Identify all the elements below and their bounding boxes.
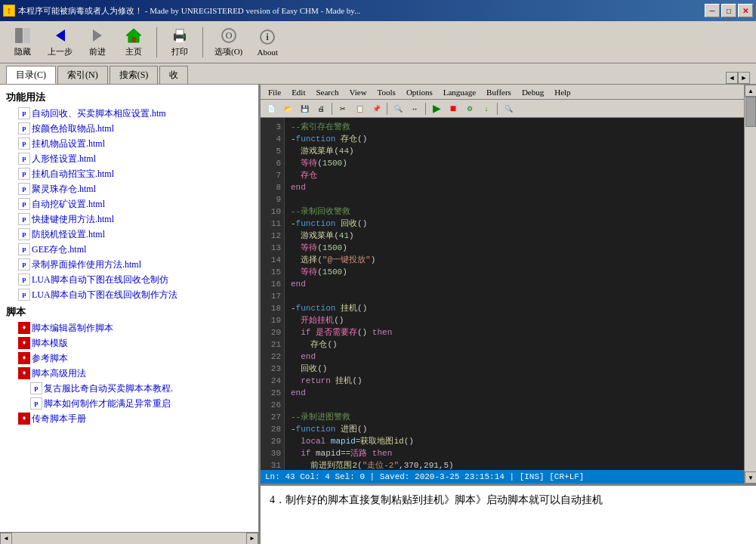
menu-language[interactable]: Language xyxy=(439,85,480,99)
run-button[interactable]: ▶ xyxy=(429,102,444,116)
code-token: 选择 xyxy=(301,254,317,266)
svg-rect-8 xyxy=(176,39,184,42)
toolbar-about-button[interactable]: i About xyxy=(251,24,284,60)
code-token: ) xyxy=(342,266,347,278)
menu-options[interactable]: Options xyxy=(402,85,437,99)
bottom-text: 4．制作好的脚本直接复制粘贴到挂机》脚本》启动脚本就可以自动挂机 xyxy=(270,494,603,505)
toolbar-print-button[interactable]: 打印 xyxy=(163,24,196,60)
scroll-left-button[interactable]: ◄ xyxy=(0,533,12,545)
toc-content: 功能用法 p 自动回收、买卖脚本相应设置.htm p 按颜色拾取物品.html … xyxy=(0,85,258,532)
list-item[interactable]: p LUA脚本自动下图在线回收制作方法 xyxy=(3,287,255,302)
list-item[interactable]: ♦ 脚本高级用法 xyxy=(3,366,255,381)
list-item[interactable]: p 聚灵珠存仓.html xyxy=(3,181,255,196)
about-icon: i xyxy=(258,28,276,46)
stop-button[interactable]: ■ xyxy=(446,102,461,116)
tab-favorites[interactable]: 收 xyxy=(159,66,188,84)
list-item[interactable]: p 录制界面操作使用方法.html xyxy=(3,257,255,272)
scroll-track-vertical[interactable] xyxy=(745,97,756,471)
maximize-button[interactable]: □ xyxy=(721,4,736,17)
code-token: then xyxy=(372,326,392,338)
list-item[interactable]: ♦ 脚本编辑器制作脚本 xyxy=(3,320,255,335)
open-file-button[interactable]: 📂 xyxy=(280,102,295,116)
scroll-down-button[interactable]: ▼ xyxy=(745,471,756,484)
toolbar-back-button[interactable]: 上一步 xyxy=(42,24,78,60)
replace-button[interactable]: ↔ xyxy=(407,102,422,116)
list-item[interactable]: p 挂机物品设置.html xyxy=(3,136,255,151)
scroll-thumb[interactable] xyxy=(745,97,756,127)
menu-view[interactable]: View xyxy=(344,85,371,99)
toolbar-forward-button[interactable]: 前进 xyxy=(81,24,114,60)
list-item[interactable]: p 防脱机怪设置.html xyxy=(3,227,255,242)
list-item[interactable]: p 脚本如何制作才能满足异常重启 xyxy=(3,396,255,411)
scroll-up-button[interactable]: ▲ xyxy=(745,85,756,97)
code-line: 等待(1500) xyxy=(291,157,738,169)
toolbar-options-button[interactable]: O 选项(O) xyxy=(209,24,248,60)
code-line: return 挂机() xyxy=(291,375,738,387)
list-item[interactable]: p 挂机自动招宝宝.html xyxy=(3,166,255,181)
paste-button[interactable]: 📌 xyxy=(369,102,384,116)
line-number: 17 xyxy=(264,290,281,302)
list-item[interactable]: p 自动挖矿设置.html xyxy=(3,196,255,212)
tab-contents[interactable]: 目录(C) xyxy=(6,66,56,84)
save-file-button[interactable]: 💾 xyxy=(297,102,312,116)
zoom-in-button[interactable]: 🔍 xyxy=(501,102,516,116)
horizontal-scrollbar: ◄ ► xyxy=(0,532,258,544)
copy-button[interactable]: 📋 xyxy=(352,102,367,116)
title-bar: ! 本程序可能被病毒或者人为修改！ - Made by UNREGISTERED… xyxy=(0,0,756,21)
page-icon: p xyxy=(30,397,42,410)
list-item[interactable]: p 按颜色拾取物品.html xyxy=(3,121,255,136)
code-content[interactable]: --索引存在警救-function 存仓() 游戏菜单(44) 等待(1500)… xyxy=(285,118,744,470)
code-token: () xyxy=(404,435,414,447)
menu-tools[interactable]: Tools xyxy=(373,85,400,99)
editor-menubar: File Edit Search View Tools Options Lang… xyxy=(261,85,744,100)
code-token: ( xyxy=(357,459,363,470)
scroll-track[interactable] xyxy=(12,533,246,545)
code-editor[interactable]: 3456789101112131415161718192021222324252… xyxy=(261,118,744,470)
list-item[interactable]: p 人形怪设置.html xyxy=(3,151,255,166)
tab-nav-right[interactable]: ► xyxy=(738,72,750,84)
print-button[interactable]: 🖨 xyxy=(313,102,329,116)
menu-file[interactable]: File xyxy=(264,85,285,99)
list-item[interactable]: p 快捷键使用方法.html xyxy=(3,212,255,227)
list-item[interactable]: p GEE存仓.html xyxy=(3,242,255,257)
menu-help[interactable]: Help xyxy=(550,85,575,99)
search-button[interactable]: 🔍 xyxy=(390,102,406,116)
list-item[interactable]: ♦ 参考脚本 xyxy=(3,351,255,366)
list-item[interactable]: p 复古服比奇自动买卖脚本本教程. xyxy=(3,381,255,396)
code-token: --录制回收警救 xyxy=(291,206,350,218)
toolbar-home-button[interactable]: 主页 xyxy=(117,24,150,60)
line-number: 18 xyxy=(264,302,281,314)
code-token: 存仓 xyxy=(301,169,317,181)
line-number: 14 xyxy=(264,254,281,266)
toolbar-hide-button[interactable]: 隐藏 xyxy=(6,24,39,60)
page-icon: p xyxy=(18,183,30,195)
line-numbers: 3456789101112131415161718192021222324252… xyxy=(261,118,285,470)
minimize-button[interactable]: ─ xyxy=(705,4,720,17)
left-panel: 功能用法 p 自动回收、买卖脚本相应设置.htm p 按颜色拾取物品.html … xyxy=(0,85,261,544)
code-line: --索引存在警救 xyxy=(291,121,738,133)
line-number: 21 xyxy=(264,338,281,351)
list-item[interactable]: ♦ 传奇脚本手册 xyxy=(3,411,255,426)
menu-debug[interactable]: Debug xyxy=(517,85,548,99)
list-item[interactable]: p LUA脚本自动下图在线回收仓制仿 xyxy=(3,272,255,287)
step-button[interactable]: ↓ xyxy=(479,102,494,116)
line-number: 20 xyxy=(264,326,281,338)
menu-edit[interactable]: Edit xyxy=(287,85,310,99)
scroll-right-button[interactable]: ► xyxy=(246,533,258,545)
tab-search[interactable]: 搜索(S) xyxy=(110,66,159,84)
svg-rect-7 xyxy=(176,29,184,35)
code-token: 获取地图id xyxy=(360,435,403,447)
new-file-button[interactable]: 📄 xyxy=(264,102,279,116)
code-token xyxy=(331,375,336,387)
debug-button[interactable]: ⚙ xyxy=(462,102,477,116)
menu-buffers[interactable]: Buffers xyxy=(482,85,516,99)
list-item[interactable]: p 自动回收、买卖脚本相应设置.htm xyxy=(3,106,255,121)
tab-nav-left[interactable]: ◄ xyxy=(726,72,738,84)
list-item[interactable]: ♦ 脚本模版 xyxy=(3,335,255,351)
close-button[interactable]: ✕ xyxy=(738,4,753,17)
menu-search[interactable]: Search xyxy=(311,85,343,99)
tab-index[interactable]: 索引(N) xyxy=(57,66,108,84)
cut-button[interactable]: ✂ xyxy=(335,102,350,116)
toolbar-separator-3 xyxy=(425,103,426,115)
code-line: -function 回收() xyxy=(291,218,738,230)
